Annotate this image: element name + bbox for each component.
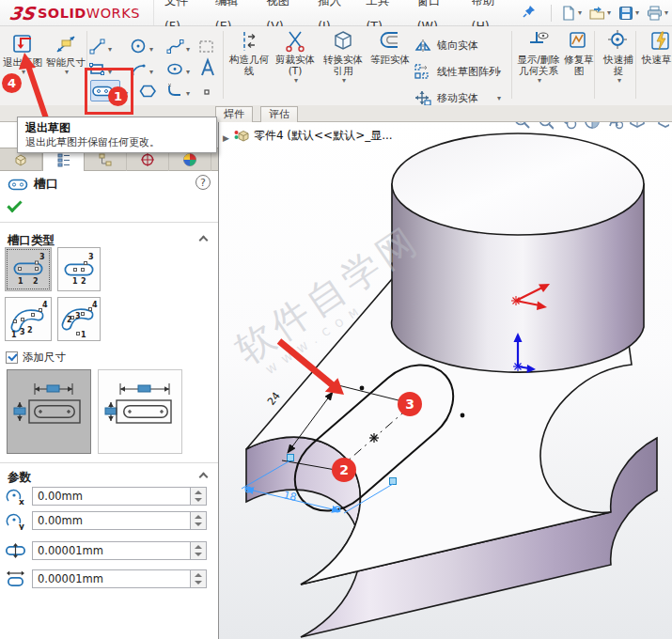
open-button[interactable] [586,6,615,21]
polygon-icon [139,83,157,100]
sketch-point-handle[interactable] [390,478,397,485]
property-manager-icon [56,152,71,167]
text-icon [198,57,217,78]
circle-tool-button[interactable] [130,36,164,57]
zoom-to-area-icon[interactable] [537,122,555,131]
sketch-point[interactable] [461,413,465,418]
quick-snaps-icon [607,29,630,54]
hide-show-annotations-icon[interactable] [605,122,623,131]
tab-evaluate[interactable]: 评估 [260,106,298,122]
construction-geometry-button[interactable]: 构造几何线 [227,29,271,76]
smart-dimension-button[interactable]: 智能尺寸 [44,29,87,101]
centerpoint-arc-slot-option[interactable]: 2 3 4 1 [57,297,101,341]
sketch-point[interactable] [360,386,365,391]
line-tool-button[interactable] [88,36,122,57]
linear-sketch-pattern-button[interactable]: 线性草图阵列 [414,60,499,83]
exit-sketch-button[interactable]: 退出草图 [1,29,44,101]
move-flyout-arrow[interactable] [495,86,501,104]
rectangle-tool-button[interactable] [88,58,122,80]
ellipse-tool-button[interactable] [166,58,200,80]
section-view-icon[interactable] [583,122,601,131]
svg-text:2: 2 [33,277,39,286]
spline-icon [166,38,184,55]
fillet-tool-button[interactable] [166,80,200,101]
sketch-point-handle[interactable] [288,455,294,461]
slot-flyout-arrow[interactable] [122,80,135,101]
print-button[interactable] [643,6,672,21]
divider [0,222,218,223]
open-icon [589,6,605,21]
previous-view-icon[interactable] [559,122,577,131]
slot-icon [91,84,114,99]
rapid-sketch-button[interactable]: 快速草图 [641,29,672,65]
feature-tree-node[interactable]: 零件4 (默认<<默认>_显... [223,127,393,145]
offset-entities-button[interactable]: 等距实体 [368,29,412,65]
pin-menu-icon[interactable] [523,4,536,22]
overall-length-dim-option[interactable] [98,369,182,454]
dashed-rect-icon [198,39,215,55]
convert-entities-button[interactable]: 转换实体引用 [319,29,367,85]
slot-width-input[interactable]: 0.00001mm [32,541,191,560]
logo-mark: 3S [8,3,36,23]
display-delete-relations-button[interactable]: 显示/删除几何关系 [514,29,563,85]
svg-text:4: 4 [92,301,98,309]
quick-snaps-button[interactable]: 快速捕捉 [600,29,637,85]
construction-geometry-icon [239,29,259,54]
dimxpert-icon [140,152,155,167]
centerpoint-arc-slot-icon: 2 3 4 1 [59,300,99,339]
zoom-to-fit-icon[interactable] [513,122,531,131]
pattern-flyout-arrow[interactable] [495,60,501,78]
center-y-spinner[interactable] [191,511,207,530]
move-entities-icon [414,89,432,106]
fillet-icon [166,82,184,100]
part-icon [234,129,249,143]
trim-entities-button[interactable]: 剪裁实体(T) [273,29,317,85]
three-point-arc-slot-option[interactable]: 1 3 2 4 [5,297,52,341]
offset-entities-icon [379,29,401,54]
mirror-entities-button[interactable]: 镜向实体 [414,34,478,56]
parameters-section-header[interactable]: 参数 [8,470,211,486]
center-to-center-dim-option[interactable] [7,369,91,454]
collapse-chevron-icon[interactable] [199,473,209,482]
cylinder-top-face[interactable] [392,133,644,235]
arc-tool-button[interactable] [130,58,164,80]
svg-text:1: 1 [81,331,86,339]
point-icon [200,86,213,99]
exit-sketch-icon [10,30,35,56]
slot-length-input[interactable]: 0.00001mm [32,569,191,588]
slot-center-mark [369,433,379,443]
circle-icon [130,38,148,55]
add-dimensions-checkbox[interactable] [6,351,18,364]
property-header: 槽口 [8,176,58,193]
collapse-chevron-icon[interactable] [199,236,209,245]
arc-icon [130,60,148,78]
display-style-icon[interactable] [629,122,651,131]
ok-check-button[interactable] [7,197,22,212]
center-x-spinner[interactable] [191,487,207,506]
divider [0,462,218,463]
point-tool-button[interactable] [200,81,234,102]
straight-slot-option[interactable]: 1 2 3 [5,247,52,291]
slot-width-spinner[interactable] [191,541,207,560]
centerpoint-straight-slot-icon: 1 2 3 [59,251,99,288]
linear-pattern-icon [414,63,432,80]
center-y-input[interactable]: 0.00mm [32,511,191,530]
add-dimensions-row: 添加尺寸 [6,351,66,365]
slot-tool-button[interactable] [90,80,120,101]
spline-tool-button[interactable] [166,36,200,57]
new-document-button[interactable] [557,6,586,21]
centerpoint-straight-slot-option[interactable]: 1 2 3 [57,247,101,291]
save-button[interactable] [615,6,643,21]
menubar-separator [551,5,552,22]
slot-feature-icon [8,178,28,192]
graphics-viewport[interactable]: 零件4 (默认<<默认>_显... [219,122,672,639]
repair-sketch-button[interactable]: 修复草图 [560,29,598,76]
tree-expand-icon[interactable] [223,127,229,145]
tab-weldments[interactable]: 焊件 [215,106,253,122]
svg-text:4: 4 [42,301,48,309]
slot-length-spinner[interactable] [191,569,207,588]
center-x-input[interactable]: 0.00mm [32,487,191,506]
help-icon[interactable] [195,175,211,190]
model-scene: 软件自学网 WWW.COM 24 [219,122,672,639]
view-orientation-icon[interactable] [657,122,669,131]
